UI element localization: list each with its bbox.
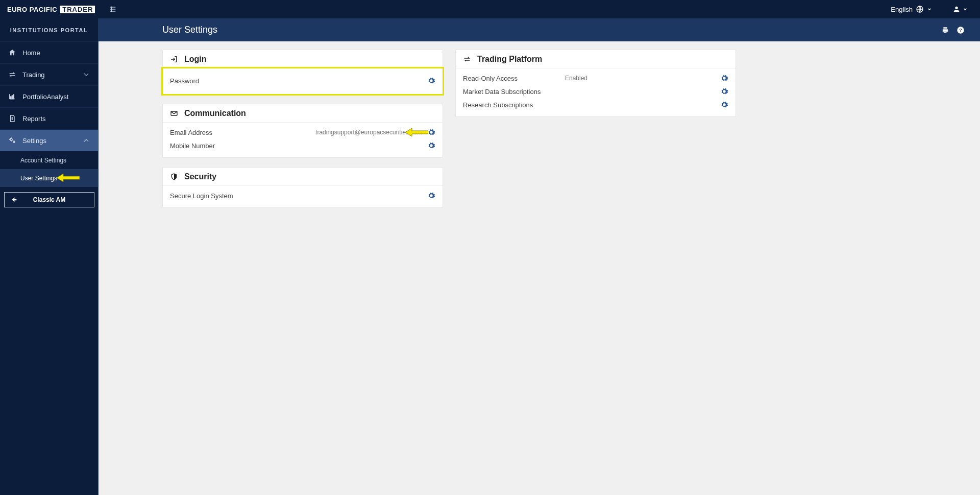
chevron-up-icon: [82, 136, 90, 145]
panel-title: Communication: [184, 109, 246, 118]
gear-icon[interactable]: [720, 87, 728, 96]
email-row[interactable]: Email Address tradingsupport@europacsecu…: [170, 126, 435, 139]
panel-title: Login: [184, 55, 207, 64]
brand-logo: EURO PACIFIC TRADER: [0, 6, 99, 13]
language-selector[interactable]: English: [891, 5, 932, 13]
svg-point-5: [955, 7, 958, 9]
market-data-row[interactable]: Market Data Subscriptions: [463, 85, 728, 98]
row-label: Read-Only Access: [463, 75, 565, 82]
communication-panel: Communication Email Address tradingsuppo…: [162, 104, 443, 158]
language-label: English: [891, 6, 913, 13]
sidebar-item-settings[interactable]: Settings: [0, 129, 99, 151]
sidebar-item-label: Account Settings: [20, 157, 66, 164]
sidebar-subitem-user-settings[interactable]: User Settings: [0, 169, 99, 187]
user-menu[interactable]: [952, 5, 968, 13]
svg-rect-7: [12, 96, 12, 99]
sidebar-item-label: PortfolioAnalyst: [22, 93, 68, 101]
page-header: User Settings ?: [99, 18, 980, 41]
home-icon: [8, 49, 16, 57]
page-title: User Settings: [162, 25, 217, 35]
secure-login-row[interactable]: Secure Login System: [170, 189, 435, 202]
gear-icon[interactable]: [427, 192, 435, 200]
row-label: Mobile Number: [170, 142, 272, 150]
classic-am-label: Classic AM: [33, 196, 66, 203]
brand-box: TRADER: [60, 6, 95, 13]
svg-text:?: ?: [959, 28, 962, 33]
annotation-arrow-icon: [56, 173, 80, 182]
panel-title: Trading Platform: [477, 55, 542, 64]
document-icon: [8, 114, 16, 123]
row-label: Research Subscriptions: [463, 101, 720, 109]
envelope-icon: [170, 109, 178, 117]
sidebar-item-label: Settings: [22, 137, 46, 145]
gear-icon[interactable]: [427, 142, 435, 150]
gear-icon[interactable]: [720, 74, 728, 82]
sidebar-item-home[interactable]: Home: [0, 41, 99, 63]
gear-icon[interactable]: [427, 128, 435, 136]
row-label: Email Address: [170, 129, 272, 136]
sidebar-item-label: User Settings: [20, 175, 57, 182]
brand-text: EURO PACIFIC: [7, 6, 57, 13]
login-panel: Login Password: [162, 50, 443, 95]
print-icon[interactable]: [941, 26, 949, 34]
svg-rect-8: [13, 95, 14, 99]
trading-platform-panel: Trading Platform Read-Only Access Enable…: [455, 50, 736, 117]
panel-title: Security: [184, 172, 216, 181]
globe-icon: [916, 5, 924, 13]
mobile-row[interactable]: Mobile Number: [170, 139, 435, 152]
classic-am-button[interactable]: Classic AM: [4, 192, 94, 207]
research-subs-row[interactable]: Research Subscriptions: [463, 98, 728, 111]
shield-icon: [170, 173, 178, 181]
cogs-icon: [8, 136, 16, 145]
sidebar-item-label: Reports: [22, 115, 46, 123]
menu-toggle-icon[interactable]: [109, 5, 117, 13]
user-icon: [952, 5, 961, 13]
gear-icon[interactable]: [427, 77, 435, 85]
sidebar-item-reports[interactable]: Reports: [0, 107, 99, 129]
sidebar-item-portfolio[interactable]: PortfolioAnalyst: [0, 85, 99, 107]
gear-icon[interactable]: [720, 101, 728, 109]
security-panel: Security Secure Login System: [162, 167, 443, 208]
row-value: tradingsupport@europacsecurities.com: [272, 129, 427, 136]
swap-icon: [463, 55, 471, 63]
chevron-down-icon: [82, 70, 90, 79]
chevron-down-icon: [963, 5, 968, 13]
help-icon[interactable]: ?: [957, 26, 965, 34]
sidebar: INSTITUTIONS PORTAL Home Trading Portfol…: [0, 18, 99, 495]
password-row[interactable]: Password: [170, 68, 435, 93]
svg-rect-6: [11, 97, 11, 99]
topbar: EURO PACIFIC TRADER English: [0, 0, 980, 18]
login-icon: [170, 55, 178, 63]
portal-label: INSTITUTIONS PORTAL: [0, 18, 99, 41]
arrow-left-icon: [10, 196, 18, 204]
row-label: Secure Login System: [170, 192, 272, 200]
sidebar-item-label: Home: [22, 49, 40, 57]
chart-icon: [8, 92, 16, 101]
readonly-access-row[interactable]: Read-Only Access Enabled: [463, 72, 728, 85]
chevron-down-icon: [927, 5, 932, 13]
sidebar-subitem-account-settings[interactable]: Account Settings: [0, 151, 99, 169]
row-value: Enabled: [565, 75, 720, 82]
sidebar-item-label: Trading: [22, 71, 45, 79]
row-label: Password: [170, 77, 272, 85]
row-label: Market Data Subscriptions: [463, 88, 720, 96]
password-highlight: Password: [161, 67, 444, 96]
swap-icon: [8, 70, 16, 79]
svg-point-10: [13, 141, 15, 143]
sidebar-item-trading[interactable]: Trading: [0, 63, 99, 85]
